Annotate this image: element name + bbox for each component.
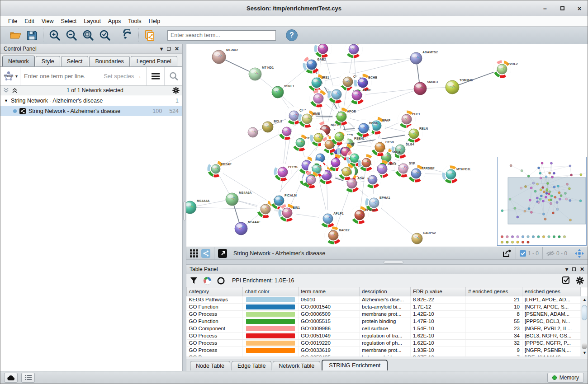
network-node[interactable]	[331, 129, 348, 145]
menu-edit[interactable]: Edit	[21, 17, 38, 25]
scrollbar-thumb[interactable]	[582, 305, 587, 320]
network-node[interactable]: MS4A6A	[226, 191, 251, 206]
scroll-down-icon[interactable]: ▼	[581, 350, 588, 356]
menu-help[interactable]: Help	[146, 17, 164, 25]
network-node[interactable]: MS4A4A	[186, 199, 209, 214]
tab-node-table[interactable]: Node Table	[190, 361, 230, 370]
panel-float-icon[interactable]	[167, 47, 171, 51]
network-node[interactable]: CADPS2	[412, 231, 436, 244]
network-node[interactable]: TOMM40	[446, 79, 473, 94]
minimap-viewport[interactable]	[508, 178, 586, 224]
horizontal-splitter[interactable]	[186, 259, 588, 265]
table-row[interactable]: GO FunctionGO:0005515protein binding1.47…	[187, 318, 581, 325]
network-node[interactable]: MTHFD1L	[442, 166, 472, 183]
selected-checkbox-icon[interactable]	[520, 250, 526, 257]
tab-select[interactable]: Select	[61, 56, 89, 66]
network-node[interactable]: MT-ND1	[249, 66, 274, 80]
splitter-handle[interactable]	[183, 201, 186, 220]
menu-apps[interactable]: Apps	[105, 17, 124, 25]
vertical-splitter[interactable]	[183, 44, 186, 371]
panel-menu-icon[interactable]: ▾	[565, 266, 568, 272]
panel-float-icon[interactable]	[572, 267, 576, 271]
network-node[interactable]: CLU	[285, 107, 306, 125]
column-header-description[interactable]: description	[360, 287, 411, 296]
collapse-all-icon[interactable]	[3, 88, 9, 93]
network-canvas[interactable]: MT-ND2MT-ND1VSNL1SMUG1TOMM40PVRL2ADAMTS2…	[186, 44, 588, 247]
splitter-handle[interactable]	[384, 261, 403, 264]
refresh-icon[interactable]	[121, 29, 133, 42]
network-node[interactable]	[303, 172, 320, 188]
close-button[interactable]: ×	[576, 5, 583, 12]
tab-network[interactable]: Network	[2, 56, 35, 66]
network-node[interactable]: GAB2	[303, 56, 326, 74]
network-node[interactable]: ACHE	[348, 87, 371, 104]
network-node[interactable]: CTSD	[371, 139, 394, 156]
column-header-FDR-p-value[interactable]: FDR p-value	[411, 287, 466, 296]
string-search-icon[interactable]	[164, 67, 182, 85]
string-options-icon[interactable]	[146, 67, 164, 85]
network-node[interactable]: EFNA5	[351, 206, 375, 224]
column-header-category[interactable]: category	[187, 287, 243, 296]
save-session-icon[interactable]	[26, 29, 38, 42]
help-icon[interactable]: ?	[286, 29, 298, 41]
network-node[interactable]	[338, 164, 355, 180]
menu-layout[interactable]: Layout	[81, 17, 104, 25]
network-node[interactable]: PPP5C	[274, 164, 299, 181]
string-query-input[interactable]	[20, 73, 104, 80]
enrichment-chart-icon[interactable]	[203, 276, 212, 285]
network-node[interactable]	[365, 172, 381, 188]
network-node[interactable]: RELN	[405, 125, 428, 143]
panel-close-icon[interactable]: ✕	[580, 266, 584, 272]
remove-chart-icon[interactable]	[217, 277, 225, 285]
network-node[interactable]: TARDBP	[408, 165, 435, 183]
network-node[interactable]	[279, 123, 295, 140]
network-node[interactable]: CD2AP	[208, 161, 232, 178]
network-node[interactable]	[328, 86, 346, 103]
open-session-icon[interactable]	[9, 29, 21, 42]
network-node[interactable]	[314, 44, 332, 57]
string-logo-icon[interactable]: STRING ▾	[0, 67, 20, 85]
tab-network-table[interactable]: Network Table	[273, 361, 320, 370]
network-node[interactable]: MS4A4E	[235, 220, 261, 235]
table-row[interactable]: GO ProcessGO:0051049regulation of tra...…	[187, 332, 581, 339]
zoom-selected-icon[interactable]	[99, 29, 111, 42]
network-node[interactable]: PVRL2	[493, 61, 518, 78]
menu-select[interactable]: Select	[58, 17, 80, 25]
cloud-status-button[interactable]	[4, 373, 18, 383]
grid-mode-icon[interactable]	[190, 249, 198, 258]
table-row[interactable]: GO ProcessGO:0033619membrane prot...1.93…	[187, 347, 581, 354]
network-node[interactable]: MT-ND2	[212, 48, 238, 64]
table-row[interactable]: GO ProcessGO:0006509membrane prot...1.42…	[187, 310, 581, 318]
tab-edge-table[interactable]: Edge Table	[232, 361, 271, 370]
column-header-chart-color[interactable]: chart color	[243, 287, 299, 296]
table-scrollbar[interactable]: ▲ ▼	[581, 296, 588, 356]
network-node[interactable]: SMUG1	[414, 80, 438, 95]
panel-menu-icon[interactable]: ▾	[160, 46, 163, 52]
column-header-term-name[interactable]: term name	[299, 287, 360, 296]
table-row[interactable]: GO FunctionGO:0001540beta-amyloid bi...1…	[187, 303, 581, 310]
expand-all-icon[interactable]	[12, 88, 18, 93]
memory-button[interactable]: Memory	[547, 373, 584, 383]
network-options-gear-icon[interactable]	[172, 87, 180, 94]
zoom-in-icon[interactable]	[48, 29, 61, 42]
network-node[interactable]	[345, 44, 363, 58]
detach-view-icon[interactable]	[218, 249, 227, 258]
select-rows-icon[interactable]	[562, 276, 570, 285]
menu-file[interactable]: File	[5, 17, 20, 25]
table-row[interactable]: GO ProcessGO:0019220regulation of ph...1…	[187, 339, 581, 347]
zoom-fit-icon[interactable]	[82, 29, 94, 42]
network-node[interactable]: VSNL1	[272, 84, 294, 98]
search-input[interactable]	[167, 30, 276, 41]
minimize-button[interactable]: –	[541, 5, 549, 12]
network-node[interactable]: APLP1	[319, 210, 344, 228]
maximize-button[interactable]	[559, 5, 566, 12]
network-from-file-icon[interactable]	[144, 29, 156, 42]
filter-icon[interactable]	[190, 277, 198, 285]
network-node[interactable]: ADAMTS2	[410, 51, 438, 64]
network-node[interactable]: BIN1	[279, 204, 300, 222]
scroll-up-icon[interactable]: ▲	[581, 296, 588, 303]
hidden-eye-icon[interactable]	[546, 250, 555, 257]
panel-close-icon[interactable]: ✕	[175, 46, 179, 52]
tab-string-enrichment[interactable]: STRING Enrichment	[322, 360, 388, 370]
string-view-icon[interactable]	[201, 249, 210, 258]
